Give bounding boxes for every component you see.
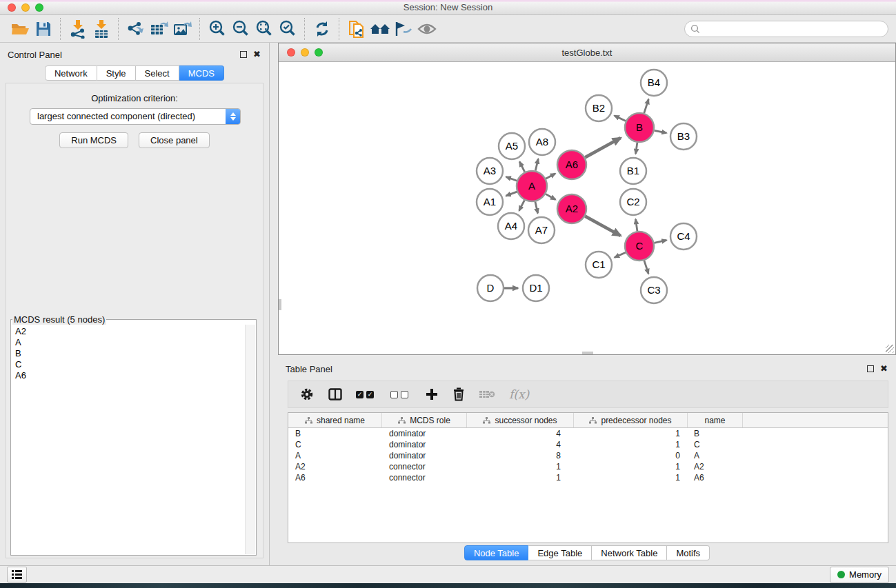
maximize-window-button[interactable] [35,3,43,12]
result-item[interactable]: B [12,348,246,359]
cell[interactable]: 1 [467,472,574,483]
cell[interactable]: 1 [574,472,688,483]
network-graph[interactable]: B4B2BB3B1A6A5A8A3AA1A2A4A7C2CC4C1C3DD1 [279,62,895,355]
cell[interactable]: C [688,439,743,450]
network-canvas[interactable]: B4B2BB3B1A6A5A8A3AA1A2A4A7C2CC4C1C3DD1 [279,62,895,354]
export-network-button[interactable] [124,18,148,40]
edge-A-A7[interactable] [535,201,538,213]
column-header-successor-nodes[interactable]: successor nodes [467,413,574,427]
edge-B-B4[interactable] [644,99,649,113]
network-minimize-button[interactable] [301,48,309,57]
memory-button[interactable]: Memory [830,567,889,583]
cell[interactable]: B [688,428,743,439]
result-item[interactable]: A [12,337,246,348]
close-window-button[interactable] [8,3,16,12]
network-maximize-button[interactable] [315,48,323,57]
cell[interactable]: 4 [467,439,574,450]
resize-grip[interactable] [886,345,894,353]
column-header-MCDS-role[interactable]: MCDS role [382,413,467,427]
table-tab-network-table[interactable]: Network Table [592,545,667,560]
edge-C-C1[interactable] [615,252,626,257]
cell[interactable]: dominator [382,439,467,450]
table-row[interactable]: A6connector11A6 [288,472,888,483]
cell[interactable]: A6 [688,472,743,483]
refresh-button[interactable] [310,18,334,40]
edge-A-A3[interactable] [506,177,517,181]
open-session-button[interactable] [8,18,32,40]
edge-C-C2[interactable] [636,219,637,231]
cell[interactable]: A2 [688,461,743,472]
edge-B-B3[interactable] [655,130,667,133]
result-item[interactable]: A6 [12,370,246,381]
show-graphics-button[interactable] [415,18,439,40]
edge-A-A2[interactable] [546,194,555,199]
cell[interactable]: dominator [382,428,467,439]
table-row[interactable]: Cdominator41C [288,439,888,450]
cell[interactable]: 1 [467,461,574,472]
close-table-panel-icon[interactable]: ✖ [880,365,888,372]
float-table-panel-icon[interactable] [867,365,874,372]
table-tab-motifs[interactable]: Motifs [667,545,710,560]
cell[interactable]: B [288,428,382,439]
node-table[interactable]: shared name MCDS role successor nodes pr… [288,412,888,543]
column-header-shared-name[interactable]: shared name [288,413,382,427]
edge-A-A4[interactable] [519,200,525,210]
tab-select[interactable]: Select [136,65,179,81]
edge-A-A6[interactable] [546,174,555,179]
cell[interactable]: dominator [382,450,467,461]
close-panel-icon[interactable]: ✖ [253,51,261,58]
column-header-predecessor-nodes[interactable]: predecessor nodes [574,413,688,427]
zoom-selected-button[interactable] [276,18,299,40]
cell[interactable]: 1 [574,461,688,472]
result-item[interactable]: A2 [12,325,246,337]
float-panel-icon[interactable] [240,51,247,58]
tab-network[interactable]: Network [45,65,97,81]
edge-A-A8[interactable] [535,159,538,170]
add-column-button[interactable] [425,386,439,403]
cell[interactable]: connector [382,461,467,472]
cell[interactable]: A2 [288,461,382,472]
export-image-button[interactable] [171,18,195,40]
close-panel-button[interactable]: Close panel [139,132,210,148]
edge-A6-B[interactable] [585,138,620,157]
table-row[interactable]: Bdominator41B [288,428,888,439]
horizontal-scroll-tick[interactable] [582,352,593,354]
edge-A-A1[interactable] [506,192,517,196]
cell[interactable]: A [288,450,382,461]
cell[interactable]: A6 [288,472,382,483]
tab-style[interactable]: Style [97,65,136,81]
search-input[interactable] [704,23,882,34]
export-table-button[interactable] [148,18,171,40]
tab-mcds[interactable]: MCDS [179,65,224,81]
edge-C-C4[interactable] [654,240,666,243]
table-tab-edge-table[interactable]: Edge Table [528,545,592,560]
mcds-result-list[interactable]: A2ABCA6 [12,325,246,554]
cell[interactable]: connector [382,472,467,483]
network-close-button[interactable] [287,48,295,57]
zoom-out-button[interactable] [229,18,252,40]
column-chooser-button[interactable] [328,386,342,403]
table-row[interactable]: Adominator80A [288,450,888,461]
table-row[interactable]: A2connector11A2 [288,461,888,472]
import-table-button[interactable] [90,18,113,40]
edge-A-A5[interactable] [519,162,524,172]
edge-C-C3[interactable] [644,261,648,274]
run-mcds-button[interactable]: Run MCDS [59,132,128,148]
edge-B-B2[interactable] [615,116,626,121]
delete-column-button[interactable] [452,386,465,403]
optimization-criterion-select[interactable]: largest connected component (directed) [30,108,241,125]
select-all-button[interactable]: ✓ ✓ [356,386,377,403]
search-field[interactable] [684,21,888,37]
import-network-button[interactable] [66,18,90,40]
result-item[interactable]: C [12,359,246,370]
hide-graphics-button[interactable] [392,18,415,40]
edge-B-B1[interactable] [636,143,637,154]
clone-network-button[interactable] [345,18,368,40]
edge-A2-C[interactable] [585,216,620,236]
cell[interactable]: 1 [574,439,688,450]
save-session-button[interactable] [32,18,55,40]
cell[interactable]: 1 [574,428,688,439]
minimize-window-button[interactable] [21,3,30,12]
table-settings-button[interactable] [299,386,315,403]
fit-content-button[interactable] [252,18,276,40]
